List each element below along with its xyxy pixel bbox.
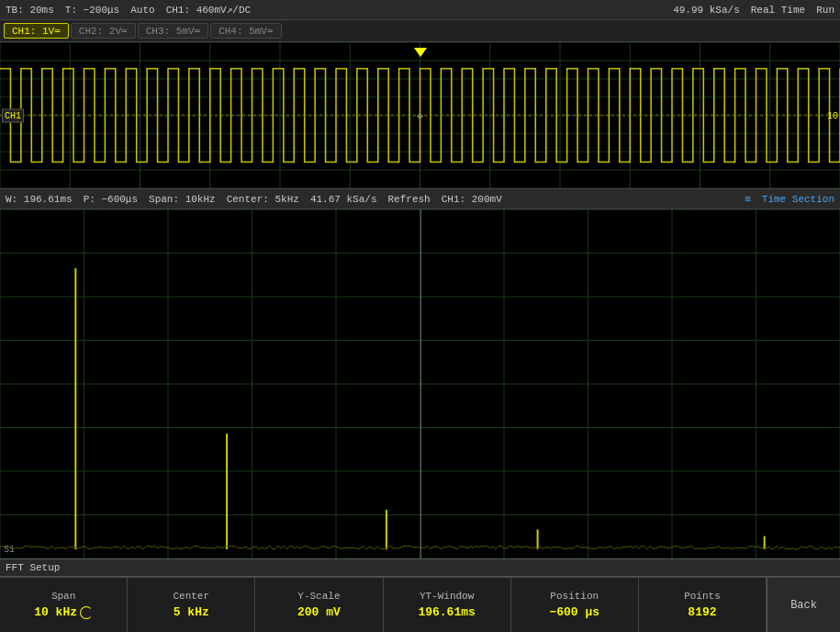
ch-right-label: 10 [827,110,838,120]
fft-plot-area[interactable]: S1 [0,209,840,559]
channel-tab-ch2[interactable]: CH2: 2V≃ [71,23,136,39]
ytwindow-label: YT-Window [420,591,474,602]
span-value: 10 kHz [34,605,93,619]
channel-tabs-row: CH1: 1V≃ CH2: 2V≃ CH3: 5mV≃ CH4: 5mV≃ [0,20,840,42]
span-cycle-icon [80,606,93,619]
timebase-display: TB: 20ms [6,5,54,16]
sample-rate: 49.99 kSa/s [673,5,740,16]
trigger-time-display: T: −200μs [65,5,119,16]
fft-s1-label: S1 [4,545,15,555]
center-control[interactable]: Center 5 kHz [128,578,255,632]
time-section-icon: ≋ [745,193,751,205]
trigger-mode: Auto [130,5,154,16]
span-control[interactable]: Span 10 kHz [0,578,128,632]
fft-ch1-scale: CH1: 200mV [442,194,502,205]
position-label: Position [550,591,599,602]
ch1-side-label: CH1 [2,108,24,122]
yscale-control[interactable]: Y-Scale 200 mV [255,578,383,632]
yscale-label: Y-Scale [297,591,340,602]
ytwindow-value: 196.61ms [418,605,475,619]
run-status: Run [816,5,834,16]
window-width-display: W: 196.61ms [6,194,73,205]
span-label: Span [51,591,75,602]
center-value: 5 kHz [174,605,209,619]
position-control[interactable]: Position −600 μs [511,578,639,632]
points-control[interactable]: Points 8192 [639,578,767,632]
position-display: P: −600μs [84,194,138,205]
fft-setup-label: FFT Setup [6,562,60,573]
points-label: Points [684,591,721,602]
bottom-section: S1 FFT Setup Span 10 kHz Center 5 kHz Y-… [0,209,840,632]
ch1-info: CH1: 460mV↗/DC [166,4,251,16]
mid-info-bar: W: 196.61ms P: −600μs Span: 10kHz Center… [0,189,840,209]
center-display: Center: 5kHz [227,194,299,205]
ytwindow-control[interactable]: YT-Window 196.61ms [384,578,511,632]
trigger-cross-icon: ⋄ [416,107,423,123]
yscale-value: 200 mV [297,605,341,619]
channel-tab-ch3[interactable]: CH3: 5mV≃ [138,23,208,39]
refresh-label: Refresh [388,194,431,205]
time-section-label: Time Section [762,194,834,205]
fft-setup-bar: FFT Setup [0,559,840,577]
top-status-bar: TB: 20ms T: −200μs Auto CH1: 460mV↗/DC 4… [0,0,840,20]
channel-tab-ch1[interactable]: CH1: 1V≃ [4,23,69,39]
center-label: Center [173,591,209,602]
acquisition-mode: Real Time [751,5,805,16]
span-display: Span: 10kHz [149,194,216,205]
back-button[interactable]: Back [767,578,840,632]
position-value: −600 μs [549,605,599,619]
fft-canvas [0,209,840,559]
oscilloscope-waveform-area[interactable]: ⋄ CH1 10 [0,42,840,189]
trigger-marker-icon [414,48,427,57]
points-value: 8192 [688,605,716,619]
bottom-controls: Span 10 kHz Center 5 kHz Y-Scale 200 mV … [0,577,840,632]
fft-sample-rate: 41.67 kSa/s [310,194,377,205]
channel-tab-ch4[interactable]: CH4: 5mV≃ [210,23,281,39]
